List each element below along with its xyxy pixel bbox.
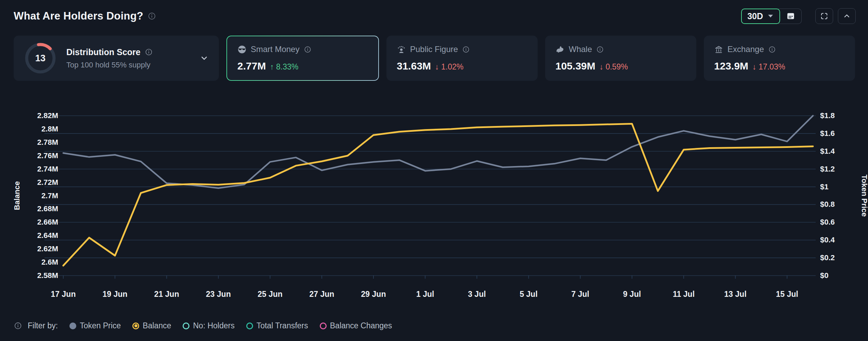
public-figure-icon (397, 45, 406, 54)
x-axis-tick: 3 Jul (468, 290, 486, 299)
x-axis-tick: 23 Jun (206, 290, 231, 299)
left-axis-title: Balance (13, 181, 21, 210)
timeframe-dropdown[interactable]: 30D (741, 9, 780, 24)
distribution-score-card[interactable]: 13 Distribution Score Top 100 hold 55% s… (14, 36, 219, 81)
page-title: What Are Holders Doing? (14, 10, 143, 22)
chevron-up-icon (843, 12, 851, 20)
whale-icon (555, 45, 565, 54)
smart-money-card[interactable]: Smart Money 2.77M ↑ 8.33% (226, 36, 379, 81)
legend-item-label: Token Price (80, 321, 121, 330)
x-axis-tick: 21 Jun (154, 290, 179, 299)
metric-value: 31.63M (397, 60, 431, 72)
x-axis-tick: 29 Jun (361, 290, 386, 299)
legend-item-label: No: Holders (193, 321, 234, 330)
exchange-card[interactable]: Exchange 123.9M ↓ 17.03% (704, 36, 855, 81)
title-info-icon[interactable] (147, 12, 156, 21)
x-axis-tick: 25 Jun (258, 290, 282, 299)
left-axis-tick: 2.76M (37, 151, 58, 160)
left-axis-tick: 2.8M (41, 125, 58, 133)
header: What Are Holders Doing? 30D (14, 8, 856, 25)
timeframe-value: 30D (747, 11, 763, 21)
info-icon[interactable] (145, 48, 153, 56)
metric-title: Whale (569, 45, 592, 54)
right-axis-tick: $0.6 (820, 218, 835, 226)
collapse-button[interactable] (838, 8, 856, 24)
total-transfers-marker (246, 323, 253, 329)
left-axis-tick: 2.82M (37, 111, 58, 120)
header-controls: 30D (741, 8, 856, 24)
holders-chart[interactable]: 2.82M2.8M2.78M2.76M2.74M2.72M2.7M2.68M2.… (0, 99, 868, 312)
metric-value: 105.39M (555, 60, 595, 72)
legend-item-label: Balance (143, 321, 171, 330)
chevron-down-icon (767, 14, 774, 18)
left-axis-tick: 2.66M (37, 218, 58, 226)
balance-marker (132, 323, 139, 329)
distribution-title: Distribution Score (66, 47, 141, 57)
summary-cards: 13 Distribution Score Top 100 hold 55% s… (14, 36, 855, 81)
metric-change: ↓ 17.03% (752, 62, 785, 72)
info-icon[interactable] (596, 46, 604, 53)
legend-item-label: Balance Changes (330, 321, 392, 330)
fullscreen-button[interactable] (815, 8, 833, 24)
x-axis-tick: 7 Jul (571, 290, 589, 299)
info-icon[interactable] (304, 46, 312, 53)
right-axis-tick: $1.8 (820, 111, 835, 120)
metric-change: ↓ 1.02% (435, 62, 463, 72)
right-axis-title: Token Price (860, 175, 868, 217)
token-price-marker (69, 323, 76, 329)
balance-line (63, 124, 813, 265)
distribution-score-value: 13 (24, 42, 57, 75)
info-icon[interactable] (768, 46, 776, 53)
metric-change: ↑ 8.33% (270, 62, 298, 72)
x-axis-tick: 13 Jul (724, 290, 747, 299)
exchange-icon (714, 45, 723, 54)
left-axis-tick: 2.72M (37, 178, 58, 187)
x-axis-tick: 17 Jun (51, 290, 76, 299)
legend-item-token-price[interactable]: Token Price (69, 321, 121, 330)
left-axis-tick: 2.74M (37, 165, 58, 173)
right-axis-tick: $0.8 (820, 200, 835, 209)
right-axis-tick: $0.2 (820, 253, 835, 262)
metric-title: Public Figure (410, 45, 458, 54)
x-axis-tick: 15 Jul (776, 290, 798, 299)
left-axis-tick: 2.78M (37, 138, 58, 147)
distribution-gauge: 13 (24, 42, 57, 75)
info-icon[interactable] (14, 321, 22, 330)
right-axis-tick: $1.2 (820, 165, 835, 173)
legend-item-balance[interactable]: Balance (132, 321, 171, 330)
legend-item-no-holders[interactable]: No: Holders (183, 321, 234, 330)
right-axis-tick: $1.6 (820, 129, 835, 138)
x-axis-tick: 9 Jul (623, 290, 641, 299)
chart-legend: Filter by: Token Price Balance No: Holde… (14, 321, 392, 330)
smart-money-icon (237, 45, 247, 54)
x-axis-tick: 5 Jul (520, 290, 537, 299)
left-axis-tick: 2.6M (41, 258, 58, 266)
filter-by-label: Filter by: (28, 321, 58, 330)
left-axis-tick: 2.62M (37, 244, 58, 253)
distribution-subtitle: Top 100 hold 55% supply (66, 61, 153, 70)
left-axis-tick: 2.58M (37, 271, 58, 280)
left-axis-tick: 2.7M (41, 191, 58, 200)
info-icon[interactable] (462, 46, 470, 53)
legend-item-label: Total Transfers (257, 321, 308, 330)
legend-item-total-transfers[interactable]: Total Transfers (246, 321, 308, 330)
fullscreen-icon (820, 12, 828, 20)
x-axis-tick: 27 Jun (309, 290, 334, 299)
metric-title: Exchange (727, 45, 764, 54)
no-holders-marker (183, 323, 189, 329)
calendar-button[interactable] (778, 9, 802, 24)
right-axis-tick: $0 (820, 271, 828, 280)
metric-value: 2.77M (237, 60, 266, 72)
chevron-down-icon[interactable] (200, 54, 209, 63)
public-figure-card[interactable]: Public Figure 31.63M ↓ 1.02% (386, 36, 538, 81)
metric-value: 123.9M (714, 60, 748, 72)
left-axis-tick: 2.68M (37, 204, 58, 213)
legend-item-balance-changes[interactable]: Balance Changes (320, 321, 392, 330)
balance-changes-marker (320, 323, 327, 329)
timeframe-group: 30D (741, 9, 802, 24)
whale-card[interactable]: Whale 105.39M ↓ 0.59% (545, 36, 696, 81)
right-axis-tick: $1 (820, 182, 828, 191)
calendar-icon (786, 12, 795, 21)
x-axis-tick: 11 Jul (673, 290, 695, 299)
left-axis-tick: 2.64M (37, 231, 58, 240)
